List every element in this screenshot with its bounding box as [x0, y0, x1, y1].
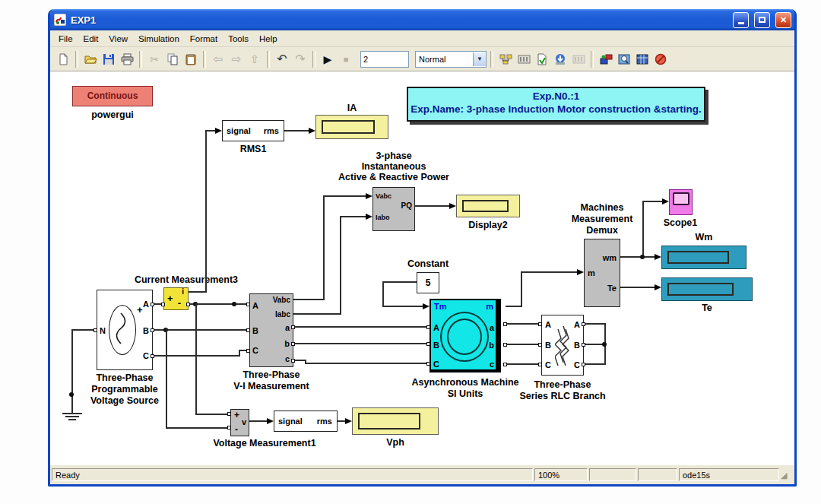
block-display-ia[interactable]	[315, 115, 388, 139]
wire-segment[interactable]	[620, 256, 655, 258]
menu-file[interactable]: File	[53, 33, 78, 45]
redo-icon[interactable]: ↷	[292, 51, 309, 68]
wire-segment[interactable]	[620, 287, 655, 288]
chevron-down-icon[interactable]: ▼	[473, 52, 486, 66]
close-button[interactable]: ✕	[775, 12, 791, 28]
block-rms1[interactable]: signal rms	[222, 120, 284, 141]
start-simulation-icon[interactable]: ▶	[319, 51, 336, 68]
block-powergui[interactable]: Continuous	[72, 86, 153, 106]
block-display2[interactable]	[456, 195, 520, 217]
wire-segment[interactable]	[153, 355, 240, 357]
annotation-title-box[interactable]: Exp.N0.:1 Exp.Name: 3-phase Induction Mo…	[407, 87, 705, 122]
menu-simulation[interactable]: Simulation	[133, 33, 185, 45]
wire-segment[interactable]	[205, 130, 207, 293]
undo-icon[interactable]: ↶	[274, 51, 290, 68]
wire-segment[interactable]	[249, 420, 268, 422]
navigate-back-icon[interactable]: ⇦	[210, 51, 227, 68]
block-display-vph[interactable]	[352, 407, 439, 435]
menu-help[interactable]: Help	[254, 33, 283, 45]
wire-segment[interactable]	[506, 306, 522, 307]
resize-grip[interactable]: ◢	[781, 469, 793, 481]
wire-segment[interactable]	[584, 323, 605, 325]
statusbar: Ready 100% ode15s ◢	[50, 465, 794, 484]
save-model-icon[interactable]	[100, 51, 117, 68]
wire-segment[interactable]	[205, 130, 216, 132]
print-icon[interactable]	[119, 51, 135, 68]
navigate-forward-icon[interactable]: ⇨	[228, 51, 245, 68]
wire-segment[interactable]	[506, 363, 541, 365]
build-all-icon[interactable]	[552, 51, 569, 68]
menu-edit[interactable]: Edit	[78, 33, 104, 45]
paste-icon[interactable]	[182, 51, 199, 68]
update-diagram-icon[interactable]	[534, 51, 550, 68]
menu-tools[interactable]: Tools	[223, 33, 254, 45]
menu-format[interactable]: Format	[185, 33, 223, 45]
stop-simulation-icon[interactable]: ■	[338, 51, 354, 68]
model-canvas[interactable]: Continuous powergui Exp.N0.:1 Exp.Name: …	[50, 71, 794, 465]
block-voltage-measurement[interactable]: + - v	[230, 409, 249, 436]
copy-icon[interactable]	[164, 51, 181, 68]
rms1-label: RMS1	[215, 144, 291, 155]
wire-segment[interactable]	[584, 363, 605, 365]
wire-segment[interactable]	[293, 326, 430, 328]
wire-segment[interactable]	[189, 291, 207, 293]
wire-segment[interactable]	[284, 130, 309, 132]
model-browser-icon[interactable]	[515, 51, 532, 68]
wire-segment[interactable]	[195, 303, 197, 415]
wire-segment[interactable]	[166, 427, 230, 429]
wire-segment[interactable]	[293, 299, 325, 300]
wire-segment[interactable]	[642, 201, 663, 202]
sim-mode-select[interactable]: Normal ▼	[415, 51, 487, 68]
wire-segment[interactable]	[521, 271, 578, 273]
block-constant[interactable]: 5	[417, 272, 439, 293]
block-current-measurement[interactable]: i + -	[163, 287, 189, 310]
wire-segment[interactable]	[340, 216, 366, 217]
open-model-icon[interactable]	[82, 51, 99, 68]
library-browser-icon[interactable]	[497, 51, 514, 68]
menu-view[interactable]: View	[103, 33, 133, 45]
wire-segment[interactable]	[323, 195, 325, 300]
wire-segment[interactable]	[293, 343, 430, 344]
wire-segment[interactable]	[166, 329, 167, 429]
wire-segment[interactable]	[71, 329, 73, 413]
block-display-wm[interactable]	[661, 246, 747, 269]
scope1-label: Scope1	[642, 217, 718, 229]
wire-segment[interactable]	[415, 205, 450, 207]
wire-segment[interactable]	[382, 306, 423, 307]
minimize-button[interactable]	[733, 12, 749, 28]
maximize-button[interactable]	[754, 12, 770, 28]
block-voltage-source[interactable]: N A B C +	[97, 290, 153, 370]
block-display-te[interactable]	[661, 277, 753, 301]
port-label: N	[100, 326, 106, 335]
block-vi-measurement[interactable]: A B C Vabc Iabc a b c	[249, 293, 293, 367]
sim-stop-time-input[interactable]	[360, 51, 409, 68]
wire-segment[interactable]	[323, 195, 366, 197]
workspace-view-icon[interactable]	[634, 51, 651, 68]
port-label: i	[182, 287, 184, 296]
debug-icon[interactable]	[652, 51, 669, 68]
wire-segment[interactable]	[382, 281, 384, 307]
titlebar[interactable]: EXP1 ✕	[50, 9, 794, 30]
navigate-up-icon[interactable]: ⇧	[246, 51, 263, 68]
simulink-library-icon[interactable]	[598, 51, 614, 68]
block-rms2[interactable]: signal rms	[274, 410, 338, 432]
block-demux[interactable]: m wm Te	[584, 239, 620, 307]
viewer-disabled-icon[interactable]	[570, 51, 587, 68]
block-power-measurement[interactable]: Vabc Iabo PQ	[372, 187, 415, 231]
wire-segment[interactable]	[506, 344, 541, 345]
block-async-machine[interactable]: Tm m A B C a b c	[430, 299, 501, 372]
model-explorer-icon[interactable]	[616, 51, 632, 68]
wire-segment[interactable]	[506, 323, 541, 325]
wire-segment[interactable]	[305, 363, 430, 364]
wire-segment[interactable]	[293, 313, 341, 315]
block-rlc-branch[interactable]: A B C A B C	[541, 315, 584, 376]
new-model-icon[interactable]	[55, 51, 71, 68]
cut-icon[interactable]: ✂	[146, 51, 163, 68]
wire-segment[interactable]	[189, 303, 249, 305]
wire-segment[interactable]	[340, 216, 341, 315]
wire-segment[interactable]	[521, 271, 522, 307]
wire-segment[interactable]	[642, 201, 644, 258]
block-scope1[interactable]	[669, 189, 693, 215]
wire-segment[interactable]	[382, 281, 417, 283]
wire-segment[interactable]	[195, 414, 230, 415]
